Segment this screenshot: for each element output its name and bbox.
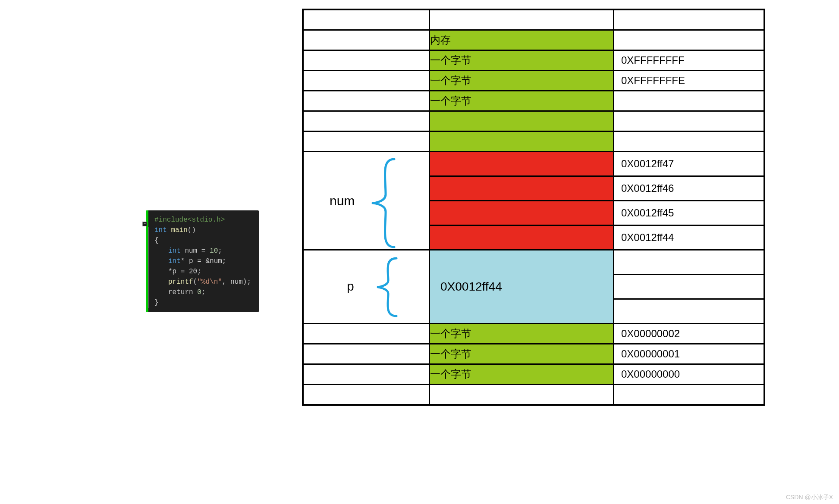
code-l5a: int — [168, 257, 181, 265]
byte-label: 一个字节 — [430, 54, 471, 66]
table-row: 一个字节 0XFFFFFFFE — [303, 71, 764, 91]
addr-value: 0X0012ff46 — [621, 182, 674, 194]
byte-label: 一个字节 — [430, 368, 471, 380]
addr-value: 0X00000001 — [621, 348, 680, 360]
code-l4b: num = — [181, 247, 210, 255]
addr-value: 0X0012ff47 — [621, 158, 674, 169]
watermark: CSDN @小冰子X — [786, 494, 833, 501]
code-l8d: , num); — [222, 278, 251, 286]
table-row — [303, 131, 764, 152]
table-row: 一个字节 0X00000002 — [303, 324, 764, 344]
code-l4c: 10 — [210, 247, 218, 255]
table-row: num 0X0012ff47 — [303, 152, 764, 176]
table-row: 内存 — [303, 30, 764, 50]
table-row: 一个字节 0X00000000 — [303, 364, 764, 385]
code-l8a: printf — [168, 278, 193, 286]
brace-num-icon — [368, 156, 403, 250]
fold-icon: − — [142, 222, 147, 226]
table-row — [303, 111, 764, 131]
code-snippet: − #include<stdio.h> int main() { int num… — [146, 210, 259, 312]
addr-value: 0X00000000 — [621, 368, 680, 380]
mem-header: 内存 — [430, 34, 451, 46]
code-l4d: ; — [218, 247, 222, 255]
code-l8b: ( — [193, 278, 198, 286]
brace-p-icon — [373, 255, 403, 319]
table-row: 一个字节 — [303, 91, 764, 111]
p-value: 0X0012ff44 — [440, 280, 502, 293]
code-l6: *p = 20; — [168, 268, 201, 275]
addr-value: 0XFFFFFFFE — [621, 75, 685, 86]
byte-label: 一个字节 — [430, 328, 471, 339]
gutter-line — [148, 227, 149, 308]
code-l2c: () — [188, 226, 196, 234]
addr-value: 0XFFFFFFFF — [621, 54, 685, 66]
p-label: p — [347, 279, 354, 294]
table-row: 一个字节 0XFFFFFFFF — [303, 50, 764, 71]
table-row — [303, 385, 764, 405]
code-l9b: 0 — [197, 288, 201, 296]
code-l10: } — [154, 299, 159, 307]
num-label: num — [330, 194, 355, 208]
addr-value: 0X0012ff44 — [621, 232, 674, 243]
code-l2b: main — [167, 226, 188, 234]
addr-value: 0X00000002 — [621, 328, 680, 339]
code-l4a: int — [168, 247, 181, 255]
table-row: 一个字节 0X00000001 — [303, 344, 764, 364]
code-l9a: return — [168, 288, 197, 296]
byte-label: 一个字节 — [430, 95, 471, 106]
memory-table: 内存 一个字节 0XFFFFFFFF 一个字节 0XFFFFFFFE 一个字节 … — [302, 9, 765, 406]
byte-label: 一个字节 — [430, 75, 471, 86]
byte-label: 一个字节 — [430, 348, 471, 360]
addr-value: 0X0012ff45 — [621, 207, 674, 219]
code-l5b: * p = &num; — [181, 257, 226, 265]
code-l9c: ; — [201, 288, 206, 296]
code-l3: { — [154, 237, 159, 244]
table-row: p 0X0012ff44 — [303, 250, 764, 275]
code-l8c: "%d\n" — [197, 278, 222, 286]
code-line-1: #include<stdio.h> — [154, 216, 225, 224]
table-row — [303, 9, 764, 30]
code-l2a: int — [154, 226, 167, 234]
